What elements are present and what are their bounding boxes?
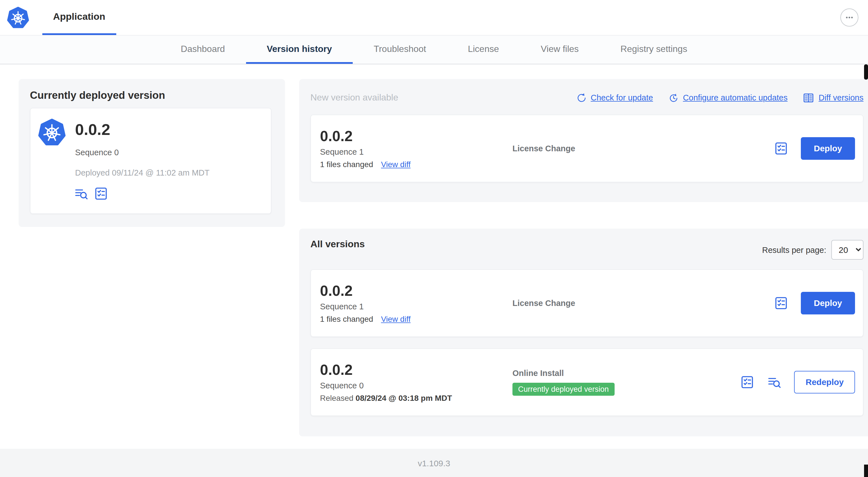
- version-source: License Change: [513, 144, 575, 153]
- results-per-page-select[interactable]: 20: [831, 240, 864, 260]
- tab-label: View files: [541, 44, 579, 54]
- version-source: Online Install: [513, 368, 614, 378]
- version-source: License Change: [513, 299, 575, 308]
- deploy-button[interactable]: Deploy: [801, 137, 855, 160]
- tab-label: License: [468, 44, 499, 54]
- current-sequence: Sequence 0: [75, 148, 119, 157]
- clock-refresh-icon: [668, 92, 679, 103]
- view-diff-link[interactable]: View diff: [381, 315, 410, 324]
- tab-version-history[interactable]: Version history: [246, 35, 353, 64]
- release-notes-icon[interactable]: [740, 375, 755, 389]
- scrollbar-thumb[interactable]: [864, 64, 868, 80]
- files-changed-text: 1 files changed: [320, 315, 373, 324]
- release-notes-icon[interactable]: [774, 141, 788, 156]
- deploy-button[interactable]: Deploy: [801, 292, 855, 315]
- tab-label: Troubleshoot: [374, 44, 426, 54]
- view-logs-icon[interactable]: [767, 375, 782, 389]
- footer: v1.109.3: [0, 449, 868, 477]
- check-for-update-link[interactable]: Check for update: [576, 92, 653, 103]
- currently-deployed-title: Currently deployed version: [30, 89, 165, 101]
- tab-registry-settings[interactable]: Registry settings: [600, 35, 708, 62]
- currently-deployed-badge: Currently deployed version: [513, 383, 614, 396]
- scrollbar-track-end[interactable]: [864, 465, 868, 477]
- app-nav-tabs: Dashboard Version history Troubleshoot L…: [0, 35, 868, 64]
- currently-deployed-panel: Currently deployed version: [19, 79, 285, 227]
- diff-versions-link[interactable]: Diff versions: [803, 92, 864, 103]
- tab-label: Dashboard: [181, 44, 225, 54]
- app-tab-application[interactable]: Application: [42, 0, 116, 35]
- current-deployed-timestamp: Deployed 09/11/24 @ 11:02 am MDT: [75, 168, 210, 177]
- tab-label: Version history: [267, 44, 332, 54]
- kubernetes-logo-icon: [7, 6, 29, 29]
- release-notes-icon[interactable]: [774, 296, 788, 310]
- view-logs-icon[interactable]: [74, 186, 89, 201]
- view-diff-link[interactable]: View diff: [381, 160, 410, 169]
- new-version-title: New version available: [310, 93, 398, 103]
- version-row: 0.0.2 Sequence 0 Released 08/29/24 @ 03:…: [310, 348, 864, 416]
- tab-troubleshoot[interactable]: Troubleshoot: [353, 35, 447, 62]
- files-changed-text: 1 files changed: [320, 160, 373, 169]
- version-sequence: Sequence 0: [320, 381, 452, 390]
- app-window: Application Dashboard Version history Tr…: [0, 0, 868, 477]
- app-title: Application: [53, 11, 105, 22]
- version-number: 0.0.2: [320, 283, 410, 299]
- version-row: 0.0.2 Sequence 1 1 files changed View di…: [310, 269, 864, 337]
- release-notes-icon[interactable]: [94, 186, 108, 201]
- ellipsis-icon: [844, 12, 855, 23]
- top-bar: Application: [0, 0, 868, 35]
- tab-label: Registry settings: [621, 44, 687, 54]
- tab-dashboard[interactable]: Dashboard: [160, 35, 246, 62]
- diff-icon: [803, 92, 815, 103]
- current-version-number: 0.0.2: [75, 121, 110, 139]
- refresh-icon: [576, 92, 587, 103]
- new-version-card: 0.0.2 Sequence 1 1 files changed View di…: [310, 115, 864, 182]
- new-version-panel: New version available Check for update C…: [299, 79, 868, 202]
- all-versions-panel: All versions Results per page: 20 0.0.2 …: [299, 229, 868, 436]
- currently-deployed-card: 0.0.2 Sequence 0 Deployed 09/11/24 @ 11:…: [30, 108, 272, 214]
- configure-automatic-updates-link[interactable]: Configure automatic updates: [668, 92, 787, 103]
- tab-view-files[interactable]: View files: [520, 35, 600, 62]
- overflow-menu-button[interactable]: [840, 8, 859, 27]
- version-number: 0.0.2: [320, 362, 452, 378]
- results-per-page-label: Results per page:: [762, 245, 826, 254]
- tab-license[interactable]: License: [447, 35, 520, 62]
- all-versions-title: All versions: [310, 239, 365, 250]
- redeploy-button[interactable]: Redeploy: [794, 371, 855, 393]
- version-sequence: Sequence 1: [320, 147, 410, 156]
- version-sequence: Sequence 1: [320, 302, 410, 311]
- version-number: 0.0.2: [320, 128, 410, 144]
- kubernetes-app-icon: [38, 118, 66, 146]
- console-version: v1.109.3: [417, 458, 450, 468]
- released-timestamp: Released 08/29/24 @ 03:18 pm MDT: [320, 393, 452, 403]
